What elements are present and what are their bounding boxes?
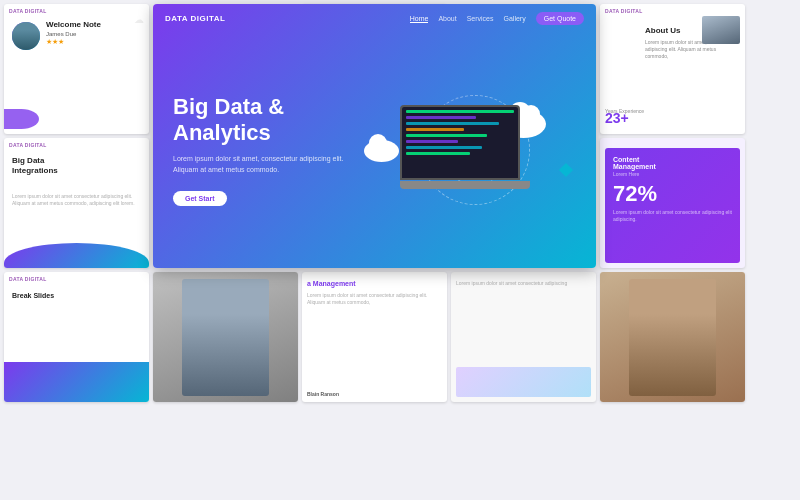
bigdata-blob bbox=[4, 243, 149, 268]
slide-welcome[interactable]: DATA DIGITAL Welcome Note James Due ★★★ … bbox=[4, 4, 149, 134]
slide-hero[interactable]: DATA DIGITAL Home About Services Gallery… bbox=[153, 4, 596, 268]
slide-label-about: DATA DIGITAL bbox=[605, 8, 643, 14]
content-pct-number: 72% bbox=[613, 181, 732, 207]
slide-label-welcome: DATA DIGITAL bbox=[9, 8, 47, 14]
get-quote-button[interactable]: Get Quote bbox=[536, 12, 584, 25]
nav-gallery[interactable]: Gallery bbox=[504, 15, 526, 22]
get-start-button[interactable]: Get Start bbox=[173, 191, 227, 206]
break-gradient bbox=[4, 362, 149, 402]
welcome-title: Welcome Note bbox=[46, 20, 144, 29]
nav-about[interactable]: About bbox=[438, 15, 456, 22]
slide-photo-2[interactable] bbox=[600, 272, 745, 402]
hero-title: Big Data & Analytics bbox=[173, 94, 354, 147]
nav-home[interactable]: Home bbox=[410, 15, 429, 23]
hero-text: Big Data & Analytics Lorem ipsum dolor s… bbox=[173, 94, 354, 207]
bigdata-description: Lorem ipsum dolor sit amet consectetur a… bbox=[12, 193, 144, 207]
welcome-avatar bbox=[12, 22, 40, 50]
hero-nav: DATA DIGITAL Home About Services Gallery… bbox=[153, 4, 596, 33]
slide-content-pct[interactable]: ContentManagement Lorem Here 72% Lorem i… bbox=[600, 138, 745, 268]
hero-body: Big Data & Analytics Lorem ipsum dolor s… bbox=[153, 33, 596, 267]
person-photo-1 bbox=[182, 279, 269, 396]
hero-visual bbox=[354, 105, 576, 195]
about-title: About Us bbox=[645, 26, 681, 35]
bigdata-title: Big DataIntegrations bbox=[12, 156, 144, 177]
code-line-1 bbox=[406, 110, 514, 113]
person-photo-2 bbox=[629, 279, 716, 396]
about-years: 23+ bbox=[605, 110, 629, 126]
slide-about[interactable]: DATA DIGITAL About Us Lorem ipsum dolor … bbox=[600, 4, 745, 134]
about-image bbox=[702, 16, 740, 44]
code-line-5 bbox=[406, 134, 487, 137]
welcome-stars: ★★★ bbox=[46, 38, 144, 46]
break-title: Break Slides bbox=[12, 292, 54, 299]
hero-brand: DATA DIGITAL bbox=[165, 14, 225, 23]
cloud-2-icon bbox=[364, 140, 399, 162]
laptop-icon bbox=[400, 105, 530, 195]
code-line-4 bbox=[406, 128, 464, 131]
code-line-6 bbox=[406, 140, 458, 143]
slide-text-placeholder: Lorem ipsum dolor sit amet consectetur a… bbox=[456, 280, 567, 286]
data-mgmt-person: Blain Ranson bbox=[307, 391, 339, 397]
hero-nav-links: Home About Services Gallery Get Quote bbox=[410, 12, 584, 25]
laptop-base bbox=[400, 181, 530, 189]
welcome-name: James Due bbox=[46, 31, 144, 37]
diamond-icon bbox=[559, 163, 573, 177]
slide-data-mgmt-2[interactable]: Lorem ipsum dolor sit amet consectetur a… bbox=[451, 272, 596, 402]
slide-label-bigdata: DATA DIGITAL bbox=[9, 142, 47, 148]
content-pct-subtitle: Lorem Here bbox=[613, 171, 732, 177]
laptop-screen bbox=[400, 105, 520, 180]
photo-fill-1 bbox=[153, 272, 298, 402]
code-line-8 bbox=[406, 152, 470, 155]
slide-grid: DATA DIGITAL Welcome Note James Due ★★★ … bbox=[0, 0, 800, 500]
photo-fill-2 bbox=[600, 272, 745, 402]
welcome-blob bbox=[4, 109, 39, 129]
code-line-3 bbox=[406, 122, 499, 125]
hero-title-line2: Analytics bbox=[173, 120, 271, 145]
slide-label-break: DATA DIGITAL bbox=[9, 276, 47, 282]
data-mgmt-title: a Management bbox=[307, 280, 356, 287]
slide-image-placeholder bbox=[456, 367, 591, 397]
code-line-2 bbox=[406, 116, 476, 119]
hero-title-line1: Big Data & bbox=[173, 94, 284, 119]
content-pct-box: ContentManagement Lorem Here 72% Lorem i… bbox=[605, 148, 740, 263]
welcome-text-block: Welcome Note James Due ★★★ bbox=[46, 20, 144, 46]
content-pct-description: Lorem ipsum dolor sit amet consectetur a… bbox=[613, 209, 732, 222]
content-pct-title: ContentManagement bbox=[613, 156, 732, 170]
code-line-7 bbox=[406, 146, 481, 149]
slide-bigdata[interactable]: DATA DIGITAL Big DataIntegrations Lorem … bbox=[4, 138, 149, 268]
slide-break[interactable]: DATA DIGITAL Break Slides bbox=[4, 272, 149, 402]
data-mgmt-description: Lorem ipsum dolor sit amet consectetur a… bbox=[307, 292, 442, 306]
slide-data-mgmt[interactable]: a Management Lorem ipsum dolor sit amet … bbox=[302, 272, 447, 402]
cloud-icon: ☁ bbox=[134, 14, 144, 25]
slide-photo-1[interactable] bbox=[153, 272, 298, 402]
nav-services[interactable]: Services bbox=[467, 15, 494, 22]
hero-description: Lorem ipsum dolor sit amet, consectetur … bbox=[173, 154, 354, 175]
